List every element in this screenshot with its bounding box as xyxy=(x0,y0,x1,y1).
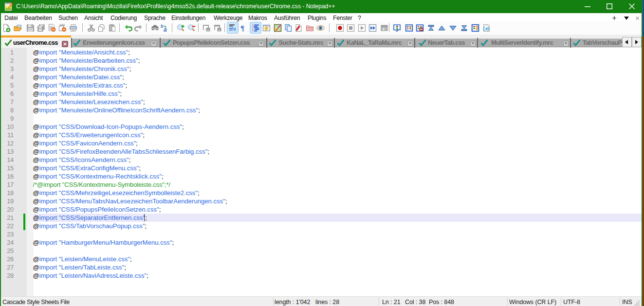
svg-text:¶: ¶ xyxy=(240,24,244,32)
